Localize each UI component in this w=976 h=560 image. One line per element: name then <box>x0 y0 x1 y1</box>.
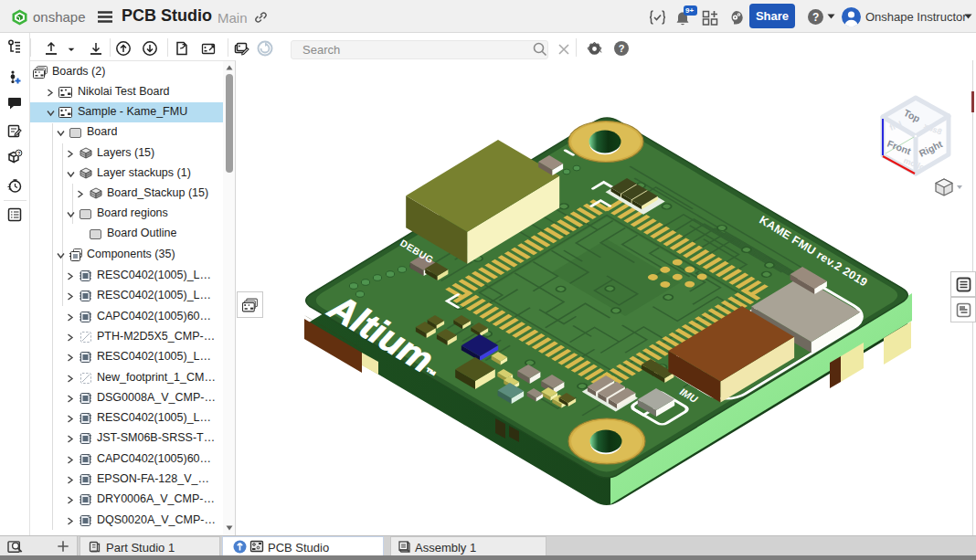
svg-text:?: ? <box>812 11 819 24</box>
svg-text:?: ? <box>619 43 625 54</box>
